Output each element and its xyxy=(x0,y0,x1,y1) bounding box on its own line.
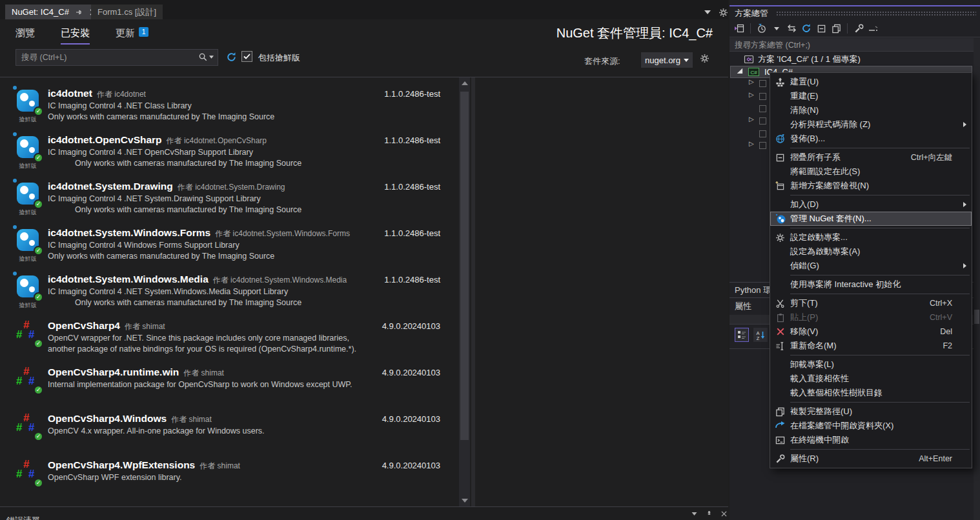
package-row[interactable]: ###✓OpenCvSharp4作者 shimatOpenCV wrapper … xyxy=(0,317,458,364)
pane-drag-grip[interactable] xyxy=(776,11,976,17)
properties-pane-title: 屬性 xyxy=(735,301,751,312)
search-input[interactable]: 搜尋 (Ctrl+L) xyxy=(15,49,218,66)
menu-separator xyxy=(790,449,970,450)
package-row[interactable]: ✓搶鮮版ic4dotnet.System.Windows.Media作者 ic4… xyxy=(0,271,458,317)
menu-item[interactable]: 設定啟動專案... xyxy=(770,230,972,245)
scrollbar-thumb[interactable] xyxy=(974,310,979,324)
collapsed-arrow-icon[interactable]: ▷ xyxy=(749,115,754,123)
collapse-all-icon[interactable] xyxy=(815,23,827,34)
collapsed-arrow-icon[interactable]: ▷ xyxy=(749,140,754,147)
pages-icon[interactable] xyxy=(830,23,842,34)
menu-item[interactable]: 偵錯(G) xyxy=(770,259,972,273)
menu-item[interactable]: 新增方案總管檢視(N) xyxy=(770,179,972,193)
svg-text:C#: C# xyxy=(750,70,757,75)
tab-label: Form1.cs [設計] xyxy=(97,6,156,18)
menu-item[interactable]: 剪下(T)Ctrl+X xyxy=(770,296,972,310)
wrench-icon[interactable] xyxy=(853,23,864,34)
history-filter-icon[interactable] xyxy=(756,23,768,34)
search-icon xyxy=(198,52,208,62)
python-environments-pane-title[interactable]: Python 環 xyxy=(735,285,771,296)
package-row[interactable]: ✓搶鮮版ic4dotnet.OpenCvSharp作者 ic4dotnet.Op… xyxy=(0,132,458,178)
menu-item[interactable]: 重建(E) xyxy=(770,89,972,103)
caret-down-icon[interactable] xyxy=(702,7,713,17)
menu-item[interactable]: 載入整個相依性樹狀目錄 xyxy=(770,386,972,400)
properties-toolbar: AZ xyxy=(735,328,768,342)
menu-item[interactable]: 加入(D) xyxy=(770,197,972,212)
pane-splitter[interactable] xyxy=(471,77,475,506)
include-prerelease-checkbox[interactable] xyxy=(241,51,252,62)
menu-item[interactable]: 設定為啟動專案(A) xyxy=(770,245,972,259)
caret-down-icon[interactable] xyxy=(689,509,699,518)
package-row[interactable]: ###✓OpenCvSharp4.Windows作者 shimatOpenCV … xyxy=(0,410,458,457)
menu-item[interactable]: 載入直接相依性 xyxy=(770,372,972,386)
menu-item-label: 發佈(B)... xyxy=(790,133,825,145)
menu-item-shortcut: Alt+Enter xyxy=(919,454,960,463)
scrollbar-thumb[interactable] xyxy=(460,92,469,440)
menu-item[interactable]: 將範圍設定在此(S) xyxy=(770,165,972,179)
solution-node[interactable]: 方案 'IC4_C#' (1 / 1 個專案) xyxy=(730,53,980,66)
menu-item[interactable]: 發佈(B)... xyxy=(770,132,972,146)
categorized-icon[interactable] xyxy=(735,328,749,342)
menu-separator xyxy=(790,402,970,403)
menu-item[interactable]: 使用專案將 Interactive 初始化 xyxy=(770,277,972,292)
menu-item[interactable]: 摺疊所有子系Ctrl+向左鍵 xyxy=(770,150,972,165)
pin-icon[interactable] xyxy=(74,8,83,17)
solution-explorer-search-input[interactable]: 搜尋方案總管 (Ctrl+;) xyxy=(730,38,980,52)
menu-item[interactable]: 清除(N) xyxy=(770,103,972,117)
menu-item[interactable]: 卸載專案(L) xyxy=(770,357,972,372)
pin-icon[interactable] xyxy=(704,509,713,518)
refresh-icon[interactable] xyxy=(801,23,812,34)
az-sort-icon[interactable]: AZ xyxy=(753,328,768,342)
menu-item[interactable]: 屬性(R)Alt+Enter xyxy=(770,452,972,466)
caret-down-icon[interactable] xyxy=(209,55,214,59)
tree-item-icon xyxy=(759,142,766,149)
submenu-arrow-icon xyxy=(963,202,966,207)
scroll-down-arrow-icon[interactable] xyxy=(462,499,468,503)
menu-item[interactable]: 移除(V)Del xyxy=(770,325,972,339)
menu-item[interactable]: 在終端機中開啟 xyxy=(770,433,972,447)
package-row[interactable]: ✓搶鮮版ic4dotnet.System.Drawing作者 ic4dotnet… xyxy=(0,178,458,225)
menu-item-label: 載入直接相依性 xyxy=(790,373,849,385)
menu-item-label: 管理 NuGet 套件(N)... xyxy=(790,213,872,225)
package-row[interactable]: ###✓OpenCvSharp4.runtime.win作者 shimatInt… xyxy=(0,364,458,410)
gear-icon[interactable] xyxy=(718,7,728,17)
package-row[interactable]: ✓搶鮮版ic4dotnet作者 ic4dotnetIC Imaging Cont… xyxy=(0,85,458,132)
installed-check-icon: ✓ xyxy=(34,106,43,116)
menu-item[interactable]: 在檔案總管中開啟資料夾(X) xyxy=(770,419,972,433)
solution-explorer-scrollbar[interactable] xyxy=(974,38,980,520)
collapsed-arrow-icon[interactable]: ▷ xyxy=(749,78,754,85)
tab-nuget[interactable]: NuGet: IC4_C# xyxy=(5,5,104,19)
sync-icon[interactable] xyxy=(786,23,797,34)
tab-browse[interactable]: 瀏覽 xyxy=(15,27,35,45)
solution-icon xyxy=(744,55,754,64)
collapsed-arrow-icon[interactable]: ▷ xyxy=(749,91,754,98)
close-icon[interactable] xyxy=(719,509,728,518)
package-source-settings-gear-icon[interactable] xyxy=(700,54,711,65)
menu-item[interactable]: 重新命名(M)F2 xyxy=(770,339,972,353)
menu-item[interactable]: 管理 NuGet 套件(N)... xyxy=(770,212,972,226)
tab-installed[interactable]: 已安裝 xyxy=(61,27,90,45)
package-row[interactable]: ###✓OpenCvSharp4.WpfExtensions作者 shimatO… xyxy=(0,457,458,503)
tab-updates[interactable]: 更新 1 xyxy=(116,27,148,45)
expanded-arrow-icon[interactable] xyxy=(737,68,746,76)
package-source-dropdown[interactable]: nuget.org xyxy=(641,52,693,68)
menu-item[interactable]: 分析與程式碼清除 (Z) xyxy=(770,117,972,132)
tree-item-icon xyxy=(759,80,766,87)
menu-item[interactable]: 複製完整路徑(U) xyxy=(770,405,972,419)
package-author: 作者 ic4dotnet.System.Windows.Forms xyxy=(215,229,350,238)
scroll-up-arrow-icon[interactable] xyxy=(462,81,468,85)
package-name: OpenCvSharp4.WpfExtensions xyxy=(48,459,195,470)
refresh-icon[interactable] xyxy=(225,50,238,63)
package-row[interactable]: ✓搶鮮版ic4dotnet.System.Windows.Forms作者 ic4… xyxy=(0,225,458,271)
updates-count-badge: 1 xyxy=(139,27,148,37)
visual-studio-window: NuGet: IC4_C# Form1.cs [設計] 瀏覽 已安裝 更新 1 xyxy=(0,0,980,520)
switch-views-icon[interactable] xyxy=(733,23,745,34)
caret-down-icon[interactable] xyxy=(771,23,782,34)
menu-item[interactable]: 建置(U) xyxy=(770,75,972,89)
installed-check-icon: ✓ xyxy=(34,385,43,395)
tab-form1[interactable]: Form1.cs [設計] xyxy=(91,5,163,19)
package-version: 1.1.0.2486-test xyxy=(384,89,440,99)
package-list-scrollbar[interactable] xyxy=(459,77,470,506)
package-author: 作者 ic4dotnet.System.Windows.Media xyxy=(213,275,347,285)
dock-icon[interactable] xyxy=(868,23,879,34)
